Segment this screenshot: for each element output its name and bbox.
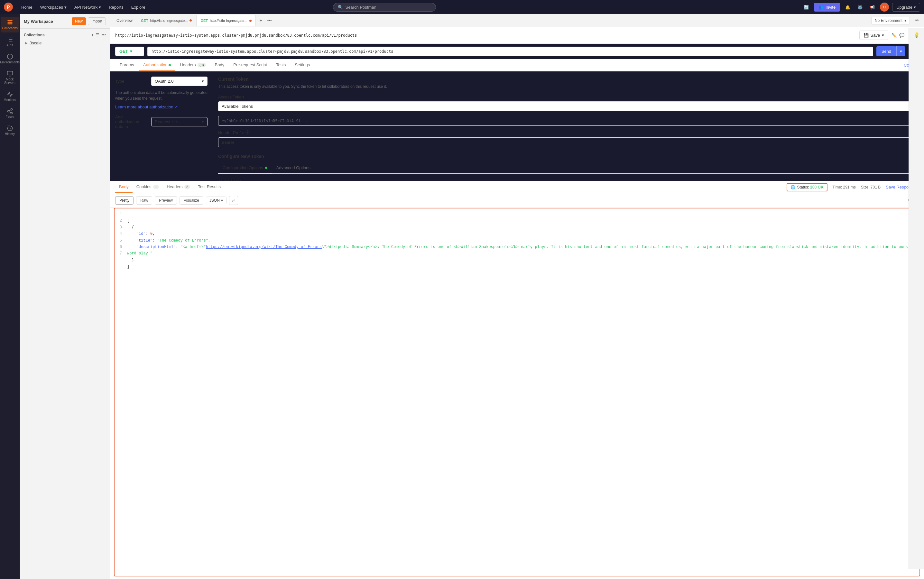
send-dropdown-button[interactable]: ▾ <box>896 46 905 56</box>
settings-icon[interactable]: ⚙️ <box>855 3 865 11</box>
auth-right-panel: Current Token This access token is only … <box>213 71 924 181</box>
tab-request-1[interactable]: GET http://istio-ingressgate... <box>137 15 196 26</box>
sidebar-item-apis[interactable]: APIs <box>1 34 19 49</box>
tab-overview[interactable]: Overview <box>113 15 136 26</box>
env-eye-button[interactable]: 👁 <box>913 16 921 25</box>
line-numbers: 1234567 <box>114 208 126 576</box>
save-button[interactable]: 💾 Save ▾ <box>859 31 889 40</box>
pretty-view-button[interactable]: Pretty <box>115 196 134 204</box>
send-button[interactable]: Send <box>877 46 896 56</box>
response-section: Body Cookies 1 Headers 8 Test Results 🌐 … <box>110 181 924 579</box>
config-tab-options[interactable]: Configuration Options <box>218 163 272 173</box>
notifications-icon[interactable]: 🔔 <box>843 3 852 11</box>
comment-icon[interactable]: 💬 <box>899 33 904 38</box>
collections-label: Collections <box>24 33 45 37</box>
cookies-count-badge: 1 <box>153 185 159 189</box>
sidebar-item-flows[interactable]: Flows <box>1 106 19 121</box>
tab-pre-request-script[interactable]: Pre-request Script <box>229 59 271 71</box>
search-bar[interactable]: 🔍 Search Postman <box>333 3 436 11</box>
raw-view-button[interactable]: Raw <box>136 196 152 204</box>
import-button[interactable]: Import <box>88 17 106 25</box>
wrap-lines-button[interactable]: ⇌ <box>229 196 238 205</box>
collections-icon <box>7 19 13 26</box>
tab-request-2[interactable]: GET http://istio-ingressgate... <box>196 15 255 26</box>
add-auth-data-label: Add authorization data to <box>115 114 147 129</box>
request-tabs: Params Authorization Headers (9) Body Pr… <box>110 59 924 71</box>
environment-selector[interactable]: No Environment ▾ <box>871 17 910 25</box>
tab-authorization[interactable]: Authorization <box>139 59 176 71</box>
sidebar-item-history[interactable]: History <box>1 123 19 138</box>
response-tab-headers[interactable]: Headers 8 <box>163 181 194 193</box>
method-selector[interactable]: GET ▾ <box>115 47 144 56</box>
left-panel: My Workspace New Import Collections + ☰ … <box>20 14 110 579</box>
right-panel-send-icon[interactable]: 💡 <box>913 32 920 38</box>
svg-rect-0 <box>7 20 12 21</box>
bell-icon[interactable]: 📢 <box>868 3 877 11</box>
add-tab-button[interactable]: + <box>257 16 265 25</box>
request-section: GET ▾ Send ▾ 💡 <box>110 44 924 59</box>
chevron-down-icon: ▾ <box>904 18 906 23</box>
response-tab-test-results[interactable]: Test Results <box>194 181 224 193</box>
more-collections-icon[interactable]: ••• <box>101 33 106 37</box>
main-layout: Collections APIs Environments Mock Serve… <box>0 14 924 579</box>
filter-collections-icon[interactable]: ☰ <box>96 33 100 37</box>
response-time: Time: 291 ms <box>832 185 856 190</box>
response-tab-cookies[interactable]: Cookies 1 <box>132 181 163 193</box>
method-chevron-icon: ▾ <box>130 49 132 54</box>
collection-name: 3scale <box>29 41 42 45</box>
auth-type-row: Type OAuth 2.0 ▾ <box>115 77 208 86</box>
type-label: Type <box>115 79 147 83</box>
token-value-display: eyJhbGciOiJSUzI1NiIsInR5cCIgOiAiSl... <box>222 119 909 123</box>
apis-icon <box>7 36 13 43</box>
tab-tests[interactable]: Tests <box>271 59 290 71</box>
nav-workspaces[interactable]: Workspaces ▾ <box>37 3 70 11</box>
config-tabs: Configuration Options Advanced Options <box>218 163 919 174</box>
nav-reports[interactable]: Reports <box>106 3 127 11</box>
upgrade-button[interactable]: Upgrade ▾ <box>892 3 920 11</box>
sidebar-item-monitors[interactable]: Monitors <box>1 88 19 104</box>
format-selector[interactable]: JSON ▾ <box>206 196 226 204</box>
add-collection-icon[interactable]: + <box>92 33 94 37</box>
url-input[interactable] <box>147 47 873 56</box>
right-panel-icons: 💡 <box>909 28 924 569</box>
collection-item-3scale[interactable]: ▶ 3scale <box>23 39 107 47</box>
nav-api-network[interactable]: API Network ▾ <box>71 3 104 11</box>
configure-token-title: Configure New Token <box>218 154 919 159</box>
tab-params[interactable]: Params <box>115 59 139 71</box>
config-tab-advanced[interactable]: Advanced Options <box>272 163 315 173</box>
nav-explore[interactable]: Explore <box>128 3 149 11</box>
tab-body[interactable]: Body <box>210 59 229 71</box>
sidebar-item-collections[interactable]: Collections <box>1 17 19 33</box>
preview-view-button[interactable]: Preview <box>155 196 177 204</box>
add-auth-data-selector[interactable]: Request He... ▾ <box>151 117 208 126</box>
current-token-section: Current Token This access token is only … <box>218 77 919 147</box>
more-tabs-button[interactable]: ••• <box>266 18 273 23</box>
type-selector[interactable]: OAuth 2.0 ▾ <box>151 77 208 86</box>
monitors-icon <box>7 91 13 98</box>
configure-token-section: Configure New Token Configuration Option… <box>218 154 919 181</box>
nav-home[interactable]: Home <box>18 3 36 11</box>
chevron-right-icon: ▶ <box>25 41 28 45</box>
collections-panel: Collections + ☰ ••• ▶ 3scale <box>20 29 110 50</box>
status-text: Status: <box>797 185 810 190</box>
invite-button[interactable]: 👥 Invite <box>814 3 840 11</box>
new-button[interactable]: New <box>72 17 86 25</box>
app-logo: P <box>4 3 13 11</box>
avatar[interactable]: U <box>880 3 889 11</box>
response-tab-body[interactable]: Body <box>115 181 132 193</box>
sidebar-item-environments[interactable]: Environments <box>1 51 19 67</box>
header-prefix-input[interactable]: Bearer <box>218 137 919 147</box>
auth-learn-more-link[interactable]: Learn more about authorization ↗ <box>115 105 178 110</box>
visualize-view-button[interactable]: Visualize <box>180 196 203 204</box>
sidebar-item-mock-servers[interactable]: Mock Servers <box>1 68 19 87</box>
edit-icon[interactable]: ✏️ <box>891 33 897 38</box>
svg-rect-2 <box>7 23 12 25</box>
svg-rect-3 <box>7 71 13 75</box>
tab-headers[interactable]: Headers (9) <box>175 59 210 71</box>
tab-settings[interactable]: Settings <box>290 59 314 71</box>
access-token-selector[interactable]: Available Tokens ▾ <box>218 101 919 111</box>
nav-items: Home Workspaces ▾ API Network ▾ Reports … <box>18 3 149 11</box>
sync-icon[interactable]: 🔄 <box>802 3 811 11</box>
tabs-bar: Overview GET http://istio-ingressgate...… <box>110 14 924 27</box>
add-auth-chevron-icon: ▾ <box>202 119 204 124</box>
